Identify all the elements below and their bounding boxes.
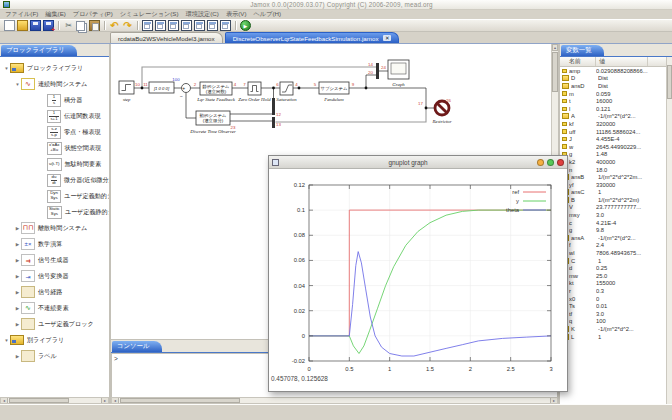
variables-tab[interactable]: 変数一覧: [561, 45, 604, 56]
menu-item-5[interactable]: 表示(V): [223, 10, 250, 19]
sum-block[interactable]: + −: [180, 84, 190, 99]
variable-row[interactable]: amp0.0290888208866...: [560, 67, 672, 75]
variable-row[interactable]: d0.25: [560, 264, 672, 272]
gnuplot-window[interactable]: gnuplot graph -0.0200.020.040.060.080.10…: [268, 155, 568, 392]
tree-item-src[interactable]: ▶⇉信号生成器: [0, 252, 109, 268]
variable-row[interactable]: f2.4: [560, 242, 672, 250]
minimize-button[interactable]: [537, 159, 544, 166]
maximize-button[interactable]: [547, 159, 554, 166]
tree-item-lib2[interactable]: ▼別ライブラリ: [0, 332, 109, 348]
close-button[interactable]: [557, 159, 564, 166]
variable-row[interactable]: l0.121: [560, 105, 672, 113]
tab-close-icon[interactable]: ✕: [383, 35, 391, 41]
menu-item-4[interactable]: 環境設定(C): [183, 10, 222, 19]
tree-item-cont[interactable]: ▼∿連続時間システム: [0, 76, 109, 92]
console-tab[interactable]: コンソール: [112, 341, 162, 352]
expand-icon[interactable]: ▶: [14, 306, 21, 311]
step-block[interactable]: step: [119, 81, 134, 102]
variable-row[interactable]: J4.455E-4: [560, 135, 672, 143]
collapse-icon[interactable]: ▼: [3, 338, 10, 343]
discrete-observer-block[interactable]: 動的システム (連立微分) Discrete Time Observer: [189, 111, 236, 134]
variable-row[interactable]: n18.0: [560, 166, 672, 174]
tree-item-zero-pole[interactable]: s-zs-p零点・極表現: [0, 124, 109, 140]
variable-row[interactable]: ansC1: [560, 189, 672, 197]
pendulum-block[interactable]: サブシステム Pendulum: [319, 82, 349, 102]
save-all-icon[interactable]: [43, 20, 54, 31]
variable-row[interactable]: wl7806.48943675...: [560, 249, 672, 257]
variable-row[interactable]: k2400000: [560, 158, 672, 166]
window-tile-1-icon[interactable]: [142, 20, 153, 31]
wire-feedback[interactable]: [276, 108, 427, 122]
paste-icon[interactable]: [89, 20, 100, 31]
new-icon[interactable]: [4, 20, 15, 31]
scroll-thumb[interactable]: [120, 398, 240, 403]
scroll-left-icon[interactable]: ◂: [1, 398, 8, 403]
tree-item-route[interactable]: ▶信号経路: [0, 284, 109, 300]
window-tile-2-icon[interactable]: [155, 20, 166, 31]
expand-icon[interactable]: ▶: [14, 226, 21, 231]
variable-row[interactable]: C1: [560, 257, 672, 265]
window-tile-6-icon[interactable]: [207, 20, 218, 31]
variable-row[interactable]: A-1/(m^2*(d^2...: [560, 113, 672, 121]
expand-icon[interactable]: ▶: [14, 258, 21, 263]
variable-row[interactable]: ansA-1/(m^2*(d^2...: [560, 234, 672, 242]
variable-row[interactable]: g9.8: [560, 226, 672, 234]
menu-item-2[interactable]: プロパティ(P): [70, 10, 116, 19]
variable-row[interactable]: m0.059: [560, 90, 672, 98]
tree-item-integrator[interactable]: 1s積分器: [0, 92, 109, 108]
variable-row[interactable]: yf330000: [560, 181, 672, 189]
sidebar-scrollbar[interactable]: ◂ ▸: [0, 397, 109, 404]
expand-icon[interactable]: ▶: [14, 274, 21, 279]
expand-icon[interactable]: ▶: [14, 290, 21, 295]
tree-item-disc[interactable]: ▶⊓⊓離散時間システム: [0, 220, 109, 236]
mux-block[interactable]: [376, 63, 379, 79]
column-name[interactable]: 名前: [560, 57, 596, 66]
tree-item-differentiator[interactable]: dudt微分器(近似微分): [0, 172, 109, 188]
scroll-thumb[interactable]: [667, 65, 672, 99]
variable-row[interactable]: x00: [560, 295, 672, 303]
undo-icon[interactable]: [109, 20, 120, 31]
tree-item-user[interactable]: ▶ユーザ定義ブロック: [0, 316, 109, 332]
window-tile-5-icon[interactable]: [194, 20, 205, 31]
tree-item-dead-time[interactable]: u(t-T)無駄時間要素: [0, 156, 109, 172]
column-value[interactable]: 値: [596, 57, 648, 66]
expand-icon[interactable]: ▶: [14, 242, 21, 247]
redo-icon[interactable]: [122, 20, 133, 31]
variable-row[interactable]: ansDDist: [560, 82, 672, 90]
variable-row[interactable]: tf3.0: [560, 310, 672, 318]
scroll-right-icon[interactable]: ▸: [550, 398, 557, 403]
variable-row[interactable]: Ts0.01: [560, 302, 672, 310]
copy-icon[interactable]: [76, 21, 85, 31]
variables-scrollbar[interactable]: [666, 57, 672, 404]
window-tile-3-icon[interactable]: [168, 20, 179, 31]
expand-icon[interactable]: ▶: [14, 322, 21, 327]
tree-item-state-space[interactable]: x'=Ax+Bu状態空間表現: [0, 140, 109, 156]
restrictor-block[interactable]: Restrictor: [431, 101, 451, 124]
variable-row[interactable]: uff11186.5886024...: [560, 128, 672, 136]
variable-row[interactable]: mw25.0: [560, 272, 672, 280]
variable-row[interactable]: q100: [560, 318, 672, 326]
window-tile-7-icon[interactable]: [220, 20, 231, 31]
menu-item-0[interactable]: ファイル(F): [2, 10, 41, 19]
tree-item-math[interactable]: ▶±×数学演算: [0, 236, 109, 252]
tree-item-transfer-function[interactable]: 1s+1伝達関数表現: [0, 108, 109, 124]
saturation-block[interactable]: Saturation: [276, 82, 297, 102]
sidebar-tab[interactable]: ブロックライブラリ: [1, 45, 77, 56]
document-tab-0[interactable]: rcdataBu2WSVehicleModel3.jamox: [110, 32, 223, 43]
variable-row[interactable]: K-1/(m^2*d^2...: [560, 325, 672, 333]
variable-row[interactable]: t16000: [560, 97, 672, 105]
tree-item-sink[interactable]: ▶⇥信号変換器: [0, 268, 109, 284]
variable-row[interactable]: kt155000: [560, 280, 672, 288]
scroll-thumb[interactable]: [9, 398, 69, 403]
tree-item-lib[interactable]: ▼ブロックライブラリ: [0, 60, 109, 76]
tree-item-label[interactable]: ▶ラベル: [0, 348, 109, 364]
tree-item-user-dynamic[interactable]: DynSysユーザ定義動的システム: [0, 188, 109, 204]
tree-item-user-static[interactable]: StaticSysユーザ定義静的システム: [0, 204, 109, 220]
open-icon[interactable]: [17, 20, 28, 31]
variable-row[interactable]: L1: [560, 333, 672, 341]
variable-row[interactable]: B1/(m^2*d^2*2m): [560, 196, 672, 204]
save-icon[interactable]: [30, 20, 41, 31]
lqr-state-feedback-block[interactable]: 静的システム (連立関数) Lqr State Feedback: [196, 82, 235, 102]
graph-scope-block[interactable]: Graph: [388, 60, 409, 87]
variable-row[interactable]: ansB1/(m^2*d^2*2m...: [560, 173, 672, 181]
